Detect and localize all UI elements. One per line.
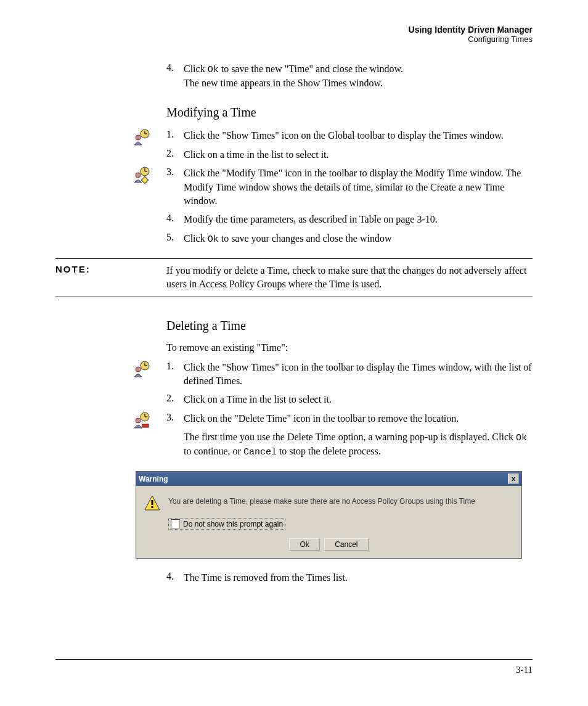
ok-text: Ok bbox=[208, 234, 219, 245]
svg-rect-19 bbox=[152, 500, 153, 505]
note-label: NOTE: bbox=[55, 264, 166, 292]
ok-text: Ok bbox=[208, 65, 219, 75]
svg-point-7 bbox=[136, 173, 141, 178]
section-heading-delete: Deleting a Time bbox=[166, 319, 533, 333]
warning-icon bbox=[144, 495, 161, 512]
step-text: Click Ok to save your changes and close … bbox=[184, 232, 392, 246]
svg-point-3 bbox=[136, 135, 141, 140]
step-number: 4. bbox=[166, 571, 184, 585]
note-block: NOTE: If you modify or delete a Time, ch… bbox=[55, 258, 533, 297]
step-number: 1. bbox=[166, 129, 184, 142]
step-text: Click Ok to save the new "Time" and clos… bbox=[184, 62, 403, 90]
step-item: 1. Click the "Show Times" icon in the to… bbox=[166, 361, 533, 388]
dialog-message: You are deleting a Time, please make sur… bbox=[168, 495, 475, 506]
step-text: Click on a Time in the list to select it… bbox=[184, 393, 332, 406]
page-header: Using Identity Driven Manager Configurin… bbox=[55, 25, 533, 44]
dialog-checkbox-row[interactable]: Do not show this prompt again bbox=[168, 518, 285, 530]
step-number: 4. bbox=[166, 213, 184, 226]
modify-time-icon bbox=[133, 166, 150, 184]
step-number: 4. bbox=[166, 62, 184, 90]
step-item: 4. Click Ok to save the new "Time" and c… bbox=[166, 62, 533, 90]
dialog-title: Warning bbox=[139, 475, 168, 483]
step-item: 4. Modify the time parameters, as descri… bbox=[166, 213, 533, 226]
svg-rect-17 bbox=[142, 424, 149, 427]
step-number: 2. bbox=[166, 148, 184, 162]
step-number: 1. bbox=[166, 361, 184, 388]
step-text: Click on the "Delete Time" icon in the t… bbox=[184, 412, 533, 459]
step-item: 5. Click Ok to save your changes and clo… bbox=[166, 232, 533, 246]
header-subtitle: Configuring Times bbox=[55, 35, 533, 44]
cancel-text: Cancel bbox=[243, 447, 277, 458]
step-item: 3. Click on the "Delete Time" icon in th… bbox=[166, 412, 533, 459]
header-title: Using Identity Driven Manager bbox=[55, 25, 533, 35]
step-item: 2. Click on a Time in the list to select… bbox=[166, 393, 533, 406]
step-text: The Time is removed from the Times list. bbox=[184, 571, 348, 585]
step-text: Click the "Show Times" icon on the Globa… bbox=[184, 129, 504, 142]
cancel-button[interactable]: Cancel bbox=[324, 538, 368, 551]
step-text: Click the "Show Times" icon in the toolb… bbox=[184, 361, 533, 388]
ok-text: Ok bbox=[516, 433, 527, 443]
checkbox-label: Do not show this prompt again bbox=[183, 520, 283, 528]
page-number: 3-11 bbox=[516, 665, 533, 675]
checkbox[interactable] bbox=[171, 519, 180, 528]
close-button[interactable]: x bbox=[508, 474, 519, 484]
svg-point-16 bbox=[136, 418, 141, 423]
step-text: Click the "Modify Time" icon in the tool… bbox=[184, 166, 533, 208]
show-times-icon bbox=[133, 129, 150, 146]
step-text: Click on a time in the list to select it… bbox=[184, 148, 329, 162]
warning-dialog: Warning x You are deleting a Time, pleas… bbox=[136, 471, 522, 559]
step-item: 4. The Time is removed from the Times li… bbox=[166, 571, 533, 585]
step-number: 2. bbox=[166, 393, 184, 406]
step-text: Modify the time parameters, as described… bbox=[184, 213, 438, 226]
dialog-titlebar: Warning x bbox=[136, 472, 521, 486]
step-number: 3. bbox=[166, 412, 184, 459]
note-text: If you modify or delete a Time, check to… bbox=[166, 264, 533, 292]
svg-rect-8 bbox=[141, 177, 148, 184]
step-number: 3. bbox=[166, 166, 184, 208]
ok-button[interactable]: Ok bbox=[289, 538, 319, 551]
step-item: 3. Click the "Modify Time" icon in the t… bbox=[166, 166, 533, 208]
delete-intro: To remove an existing "Time": bbox=[166, 342, 533, 353]
section-heading-modify: Modifying a Time bbox=[166, 105, 533, 120]
step-number: 5. bbox=[166, 232, 184, 246]
step-item: 2. Click on a time in the list to select… bbox=[166, 148, 533, 162]
page-footer: 3-11 bbox=[55, 659, 533, 675]
svg-rect-20 bbox=[152, 506, 153, 508]
delete-time-icon bbox=[133, 412, 150, 429]
step-item: 1. Click the "Show Times" icon on the Gl… bbox=[166, 129, 533, 142]
show-times-icon bbox=[133, 361, 150, 378]
svg-point-12 bbox=[136, 367, 141, 372]
